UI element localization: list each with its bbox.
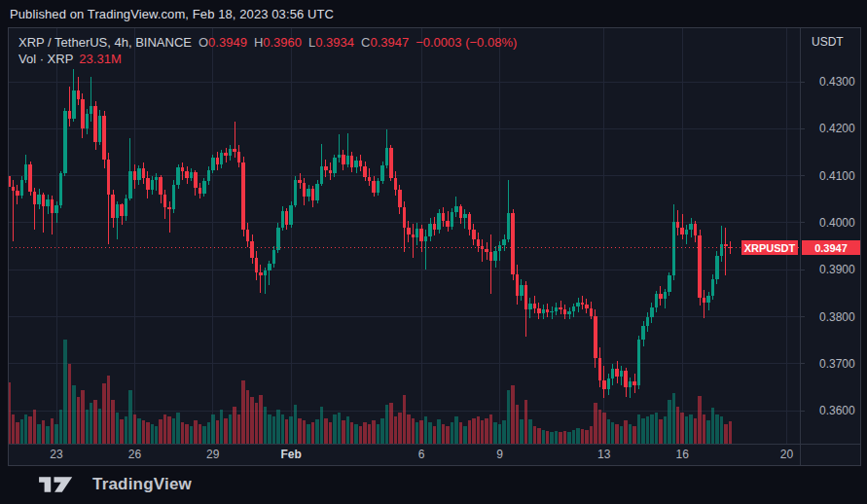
open-label: O bbox=[199, 34, 208, 51]
low-value: 0.3934 bbox=[315, 34, 354, 51]
close-label: C bbox=[361, 34, 370, 51]
price-tick-label: 0.4000 bbox=[819, 216, 855, 230]
chart-legend: XRP / TetherUS, 4h, BINANCEO0.3949H0.396… bbox=[18, 34, 517, 67]
volume-value: 23.31M bbox=[79, 51, 121, 67]
price-chart[interactable]: 0.43000.42000.41000.40000.39000.38000.37… bbox=[9, 28, 860, 465]
price-tick-label: 0.3800 bbox=[819, 310, 855, 324]
time-tick-label: Feb bbox=[281, 448, 302, 461]
volume-row: Vol · XRP23.31M bbox=[18, 51, 517, 67]
published-bar: Published on TradingView.com, Feb 18, 20… bbox=[10, 0, 334, 27]
price-tick-label: 0.4100 bbox=[819, 169, 855, 183]
time-tick-label: 6 bbox=[418, 448, 425, 461]
high-label: H bbox=[254, 34, 263, 51]
price-tick-label: 0.4300 bbox=[819, 75, 855, 89]
tradingview-logo-icon[interactable] bbox=[37, 474, 82, 495]
volume-layer bbox=[9, 340, 732, 444]
close-value: 0.3947 bbox=[370, 34, 409, 51]
time-tick-label: 23 bbox=[50, 448, 63, 461]
price-axis-currency: USDT bbox=[812, 35, 844, 49]
low-label: L bbox=[308, 34, 315, 51]
time-axis[interactable]: 232629Feb69131620 bbox=[50, 448, 793, 461]
time-tick-label: 26 bbox=[128, 448, 142, 461]
tradingview-snapshot: Published on TradingView.com, Feb 18, 20… bbox=[0, 0, 867, 504]
badge-symbol: XRPUSDT bbox=[744, 242, 796, 254]
chart-pane: 0.43000.42000.41000.40000.39000.38000.37… bbox=[8, 27, 861, 466]
time-tick-label: 9 bbox=[496, 448, 503, 461]
time-tick-label: 29 bbox=[206, 448, 220, 461]
footer: TradingView bbox=[37, 474, 192, 495]
published-caption: Published on TradingView.com, Feb 18, 20… bbox=[10, 7, 334, 21]
badge-price: 0.3947 bbox=[814, 242, 848, 254]
volume-label: Vol · XRP bbox=[18, 51, 73, 67]
time-tick-label: 16 bbox=[676, 448, 690, 461]
brand-name[interactable]: TradingView bbox=[92, 475, 192, 494]
last-price-badge[interactable]: XRPUSDT0.3947 bbox=[741, 240, 860, 255]
high-value: 0.3960 bbox=[263, 34, 302, 51]
price-tick-label: 0.3700 bbox=[819, 357, 855, 371]
axis-borders bbox=[9, 28, 860, 465]
time-tick-label: 13 bbox=[597, 448, 611, 461]
price-tick-label: 0.3600 bbox=[819, 404, 855, 417]
symbol-title: XRP / TetherUS, 4h, BINANCE bbox=[18, 34, 192, 51]
open-value: 0.3949 bbox=[208, 34, 247, 51]
price-tick-label: 0.4200 bbox=[819, 122, 855, 135]
candles-layer bbox=[9, 69, 732, 398]
symbol-ohlc-row: XRP / TetherUS, 4h, BINANCEO0.3949H0.396… bbox=[18, 34, 517, 51]
time-tick-label: 20 bbox=[780, 448, 794, 461]
change-value: −0.0003 (−0.08%) bbox=[415, 34, 517, 51]
price-tick-label: 0.3900 bbox=[819, 263, 855, 276]
